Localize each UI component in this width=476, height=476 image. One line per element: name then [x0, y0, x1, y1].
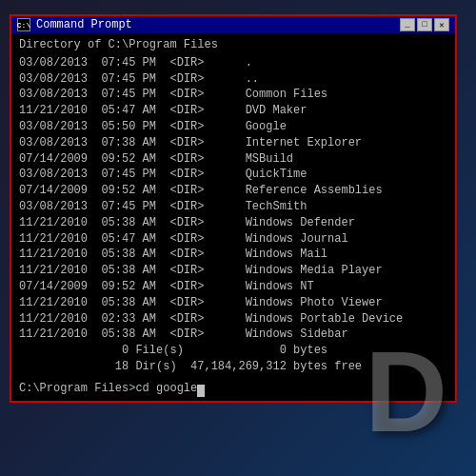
dir-entries: 03/08/2013 07:45 PM <DIR> .03/08/2013 07…: [19, 55, 447, 343]
cmd-prompt: C:\Program Files>cd google: [19, 382, 197, 395]
dir-entry: 11/21/2010 05:47 AM <DIR> Windows Journa…: [19, 231, 447, 248]
dir-entry: 07/14/2009 09:52 AM <DIR> MSBuild: [19, 151, 447, 168]
dir-entry: 11/21/2010 02:33 AM <DIR> Windows Portab…: [19, 311, 447, 327]
dir-entry: 11/21/2010 05:47 AM <DIR> DVD Maker: [19, 103, 447, 119]
dir-entry: 07/14/2009 09:52 AM <DIR> Reference Asse…: [19, 183, 447, 199]
maximize-button[interactable]: □: [417, 18, 432, 31]
dir-entry: 11/21/2010 05:38 AM <DIR> Windows Defend…: [19, 215, 447, 231]
close-button[interactable]: ✕: [434, 18, 449, 31]
dir-entry: 03/08/2013 07:45 PM <DIR> Common Files: [19, 87, 447, 103]
title-controls[interactable]: _ □ ✕: [400, 18, 449, 31]
dir-entry: 03/08/2013 07:45 PM <DIR> .: [19, 55, 447, 71]
minimize-button[interactable]: _: [400, 18, 415, 31]
dir-header: Directory of C:\Program Files: [19, 37, 447, 53]
title-icon: C:\: [17, 18, 30, 31]
desktop: C:\ Command Prompt _ □ ✕ Directory of C:…: [0, 0, 476, 476]
dir-entry: 03/08/2013 07:45 PM <DIR> ..: [19, 71, 447, 88]
window-title: Command Prompt: [36, 18, 394, 31]
cursor: [197, 385, 205, 397]
title-bar: C:\ Command Prompt _ □ ✕: [11, 16, 455, 33]
dir-entry: 11/21/2010 05:38 AM <DIR> Windows Media …: [19, 263, 447, 279]
dir-entry: 03/08/2013 07:38 AM <DIR> Internet Explo…: [19, 135, 447, 151]
dir-entry: 11/21/2010 05:38 AM <DIR> Windows Mail: [19, 247, 447, 263]
dir-entry: 03/08/2013 07:45 PM <DIR> QuickTime: [19, 167, 447, 183]
dir-entry: 07/14/2009 09:52 AM <DIR> Windows NT: [19, 279, 447, 295]
desktop-logo: D: [365, 326, 447, 457]
dir-entry: 03/08/2013 05:50 PM <DIR> Google: [19, 119, 447, 135]
dir-entry: 03/08/2013 07:45 PM <DIR> TechSmith: [19, 199, 447, 215]
dir-entry: 11/21/2010 05:38 AM <DIR> Windows Photo …: [19, 295, 447, 311]
